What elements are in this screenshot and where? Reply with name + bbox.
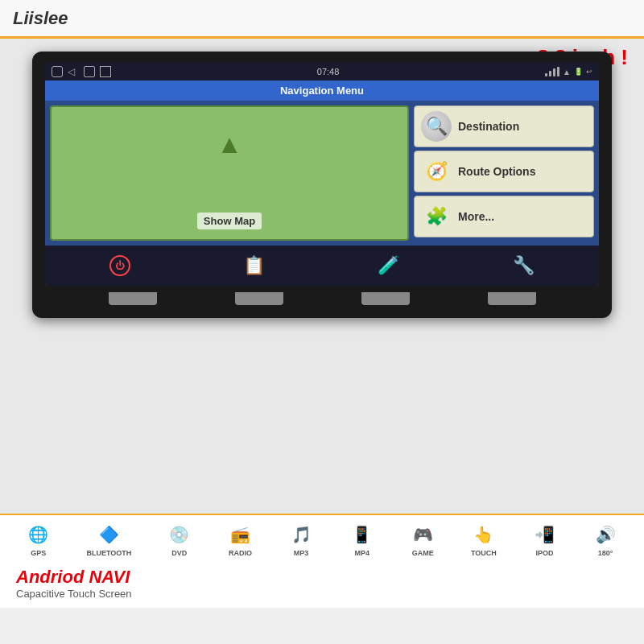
- wifi-icon: ▲: [563, 68, 571, 76]
- touch-label: TOUCH: [471, 549, 497, 557]
- game-icon: 🎮: [410, 522, 436, 547]
- android-home-icon[interactable]: [52, 66, 63, 77]
- more-button[interactable]: 🧩 More...: [414, 196, 594, 237]
- more-icon: 🧩: [421, 201, 452, 232]
- product-area: 8.8 inch ! Big Screen ◁ 07:48 ▲ 🔋: [0, 39, 644, 514]
- signal-bars: [545, 67, 559, 76]
- status-time: 07:48: [317, 67, 340, 76]
- nav-title-bar: Navigation Menu: [45, 80, 599, 101]
- feature-dvd: 💿 DVD: [167, 522, 192, 557]
- capacitive-subtitle: Capacitive Touch Screen: [16, 588, 628, 600]
- nav-content: ▲ Show Map 🔍 Destination 🧭 Route Options…: [45, 101, 599, 246]
- android-back-icon[interactable]: ◁: [68, 66, 79, 77]
- feature-radio: 📻 RADIO: [227, 522, 253, 557]
- mount-1: [109, 292, 157, 305]
- route-icon: 🧭: [421, 156, 452, 187]
- navigation-screen: Navigation Menu ▲ Show Map 🔍 Destination…: [45, 80, 599, 286]
- settings-wrench-icon: 🔧: [512, 254, 535, 277]
- destination-label: Destination: [458, 120, 519, 133]
- feature-touch: 👆 TOUCH: [471, 522, 497, 557]
- music-icon: 🧪: [378, 254, 400, 277]
- android-square-icon[interactable]: [100, 66, 111, 77]
- gps-label: GPS: [31, 549, 46, 557]
- mp3-label: MP3: [294, 549, 309, 557]
- feature-mp4: 📱 MP4: [349, 522, 375, 557]
- status-bar: ◁ 07:48 ▲ 🔋 ↩: [45, 63, 599, 80]
- dvd-icon: 💿: [167, 522, 192, 547]
- radio-label: RADIO: [229, 549, 252, 557]
- device-bottom-bar: ⏻ 📋 🧪 🔧: [45, 246, 599, 286]
- ipod-icon: 📲: [532, 522, 558, 547]
- feature-ipod: 📲 IPod: [532, 522, 558, 557]
- feature-watt: 🔊 180°: [592, 522, 618, 557]
- bluetooth-label: Bluetooth: [86, 549, 131, 557]
- touch-icon: 👆: [471, 522, 497, 547]
- brand-logo: Liislee: [13, 8, 68, 29]
- more-label: More...: [458, 210, 494, 223]
- game-label: GAME: [412, 549, 434, 557]
- show-map-label: Show Map: [197, 213, 262, 229]
- feature-game: 🎮 GAME: [410, 522, 436, 557]
- route-options-label: Route Options: [458, 165, 535, 178]
- feature-mp3: 🎵 MP3: [288, 522, 314, 557]
- dvd-label: DVD: [171, 549, 187, 557]
- power-circle-icon: ⏻: [109, 255, 130, 276]
- device-mounts: [45, 292, 599, 305]
- music-btn[interactable]: 🧪: [378, 254, 400, 277]
- mp3-icon: 🎵: [288, 522, 314, 547]
- map-area: ▲ Show Map: [50, 105, 409, 241]
- radio-icon: 📻: [227, 522, 253, 547]
- menu-buttons: 🔍 Destination 🧭 Route Options 🧩 More...: [414, 101, 599, 246]
- destination-icon: 🔍: [421, 111, 452, 142]
- feature-gps: 🌐 GPS: [26, 522, 52, 557]
- mount-3: [361, 292, 410, 305]
- mount-2: [235, 292, 283, 305]
- mp4-label: MP4: [354, 549, 369, 557]
- route-options-button[interactable]: 🧭 Route Options: [414, 151, 594, 192]
- media-icon: 📋: [242, 254, 265, 277]
- brand-bar: Liislee: [0, 0, 644, 39]
- mount-4: [488, 292, 536, 305]
- media-btn[interactable]: 📋: [242, 254, 265, 277]
- feature-bluetooth: 🔷 Bluetooth: [86, 522, 131, 557]
- watt-label: 180°: [598, 549, 613, 557]
- settings-btn[interactable]: 🔧: [512, 254, 535, 277]
- car-radio-device: ◁ 07:48 ▲ 🔋 ↩ Navigation Menu: [32, 52, 612, 318]
- mp4-icon: 📱: [349, 522, 375, 547]
- destination-button[interactable]: 🔍 Destination: [414, 105, 594, 147]
- features-bar: 🌐 GPS 🔷 Bluetooth 💿 DVD 📻 RADIO 🎵 MP3 📱 …: [0, 514, 644, 562]
- power-icon-btn[interactable]: ⏻: [109, 255, 130, 276]
- android-recents-icon[interactable]: [84, 66, 95, 77]
- android-navi-title: Andriod NAVI: [16, 567, 628, 588]
- status-left-icons: ◁: [52, 66, 111, 77]
- status-right-icons: ▲ 🔋 ↩: [545, 67, 592, 76]
- watt-icon: 🔊: [592, 522, 618, 547]
- ipod-label: IPod: [536, 549, 554, 557]
- battery-icon: 🔋: [574, 68, 583, 76]
- bluetooth-icon: 🔷: [96, 522, 122, 547]
- bottom-text: Andriod NAVI Capacitive Touch Screen: [0, 562, 644, 608]
- gps-icon: 🌐: [26, 522, 52, 547]
- map-arrow-icon: ▲: [217, 130, 242, 159]
- back-arrow-icon[interactable]: ↩: [586, 68, 592, 76]
